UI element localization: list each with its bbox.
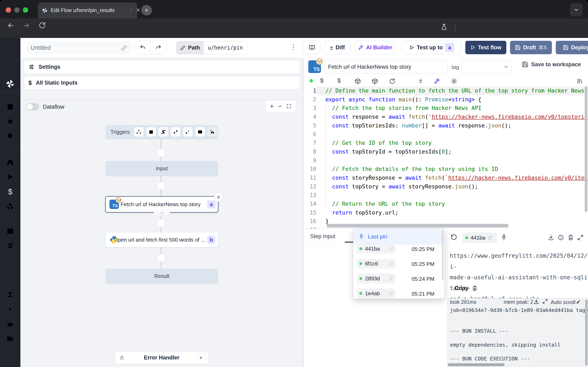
result-node[interactable]: Result <box>105 268 218 284</box>
draft-button[interactable]: Draft ⌘S <box>510 41 552 54</box>
triggers-node[interactable]: Triggers <box>105 125 218 139</box>
audit-logs-icon[interactable] <box>0 349 20 357</box>
tab-search-chevron-button[interactable] <box>570 3 583 16</box>
pin-item[interactable]: 6f1c6 <box>356 259 396 268</box>
autoscroll-label[interactable]: Auto scroll <box>551 299 575 305</box>
package-icon[interactable] <box>355 78 361 84</box>
email-icon[interactable] <box>195 127 205 137</box>
log-hscrollbar[interactable] <box>448 363 504 366</box>
back-icon[interactable] <box>7 22 15 29</box>
favorites-star-icon[interactable] <box>0 117 20 125</box>
result-pin-chip[interactable]: 441ba <box>462 233 497 243</box>
test-flow-button[interactable]: Test flow <box>465 41 506 54</box>
edit-name-pencil-icon[interactable] <box>121 45 127 51</box>
error-handler-node[interactable]: Error Handler <box>115 351 208 364</box>
reload-icon[interactable] <box>38 22 46 29</box>
dropdown-scrollbar[interactable] <box>442 230 443 281</box>
code-editor[interactable]: 1234567891011121314151617 // Define the … <box>304 86 588 229</box>
folders-icon[interactable] <box>0 335 20 342</box>
pin-item[interactable]: 1e4ab <box>356 289 396 298</box>
diff-button[interactable]: ± Diff <box>324 41 351 54</box>
new-tab-button[interactable] <box>141 5 152 16</box>
history-icon[interactable] <box>450 234 457 241</box>
add-icon[interactable] <box>0 257 20 264</box>
add-step-button[interactable] <box>157 149 165 157</box>
ai-wand-icon[interactable] <box>434 78 440 84</box>
save-to-workspace-button[interactable]: Save to workspace <box>522 61 581 68</box>
deploy-button[interactable]: Deploy <box>556 41 588 54</box>
settings-gear-icon[interactable] <box>0 305 20 313</box>
http-route-icon[interactable] <box>159 127 168 137</box>
scheduled-poll-icon[interactable] <box>208 127 217 137</box>
editor-hscrollbar[interactable] <box>327 224 508 227</box>
collapse-step-chevron-icon[interactable] <box>154 210 170 216</box>
websocket-icon[interactable] <box>171 127 180 137</box>
browser-tab[interactable]: Edit Flow u/henri/pin_results | <box>38 2 137 18</box>
tab-close-icon[interactable] <box>136 7 141 13</box>
input-node[interactable]: Input <box>105 161 218 176</box>
flow-name-box[interactable]: Untitled <box>26 41 131 54</box>
pin-item[interactable]: 441ba <box>356 244 396 254</box>
ai-builder-button[interactable]: AI Builder <box>355 41 395 54</box>
editor-vscrollbar[interactable] <box>585 86 587 212</box>
fit-view-icon[interactable] <box>286 104 292 109</box>
workspace-icon[interactable] <box>0 103 20 110</box>
dataflow-toggle[interactable] <box>26 103 39 110</box>
routes-icon[interactable] <box>0 242 20 250</box>
add-step-button[interactable] <box>157 182 165 190</box>
package-icon[interactable] <box>372 78 378 84</box>
external-link-icon[interactable] <box>389 262 393 266</box>
external-link-icon[interactable] <box>389 247 393 251</box>
expand-result-icon[interactable] <box>577 234 584 241</box>
test-up-to-button[interactable]: Test up to a <box>402 41 462 54</box>
tab-step-input[interactable]: Step Input <box>310 233 335 240</box>
step-name-input[interactable]: Fetch url of HackerNews top story <box>324 60 448 73</box>
extension-icon[interactable] <box>441 24 448 30</box>
download-logs-icon[interactable] <box>534 299 539 304</box>
flow-settings-button[interactable]: Settings <box>24 60 300 73</box>
schedule-icon[interactable] <box>146 127 156 137</box>
external-link-icon[interactable] <box>389 276 393 281</box>
windmill-logo[interactable] <box>0 79 20 89</box>
add-step-button[interactable] <box>157 219 165 227</box>
external-link-icon[interactable] <box>488 235 492 240</box>
zoom-out-icon[interactable]: − <box>278 103 282 110</box>
remove-step-icon[interactable] <box>214 192 223 202</box>
forward-icon[interactable] <box>22 22 30 29</box>
download-result-icon[interactable] <box>548 234 554 241</box>
diff-pm-icon[interactable]: ± <box>419 77 422 84</box>
zoom-window-button[interactable] <box>23 7 28 13</box>
step-b-node[interactable]: Open url and fetch first 500 words of ..… <box>105 232 218 247</box>
zoom-in-icon[interactable]: + <box>270 103 274 110</box>
copy-button[interactable]: Copy <box>455 285 477 291</box>
schedules-icon[interactable] <box>0 227 20 235</box>
log-vscrollbar[interactable] <box>585 300 588 366</box>
variables-dollar-icon[interactable]: $ <box>320 77 324 84</box>
external-link-icon[interactable] <box>389 291 393 295</box>
docs-book-button[interactable] <box>303 41 320 54</box>
info-icon[interactable] <box>558 234 564 241</box>
copy-result-icon[interactable] <box>568 234 574 241</box>
editor-settings-gear-icon[interactable] <box>451 78 457 84</box>
user-icon[interactable] <box>0 291 20 298</box>
kafka-icon[interactable] <box>183 127 192 137</box>
add-step-button[interactable] <box>157 254 165 262</box>
resources-icon[interactable] <box>0 202 20 210</box>
library-icon[interactable] <box>577 78 583 84</box>
expand-logs-icon[interactable] <box>543 299 548 304</box>
step-a-node[interactable]: TS Fetch url of HackerNews top story a <box>105 196 218 213</box>
tag-select[interactable] <box>461 60 512 73</box>
add-error-handler-icon[interactable] <box>196 353 206 363</box>
close-window-button[interactable] <box>6 7 11 13</box>
ai-robot-icon[interactable] <box>0 320 20 328</box>
home-icon[interactable] <box>0 158 20 166</box>
minimize-window-button[interactable] <box>14 7 20 13</box>
redo-button[interactable] <box>150 41 166 54</box>
pin-item[interactable]: 2893d <box>356 274 396 284</box>
resources-dollar-icon[interactable]: $ <box>337 77 341 84</box>
webhook-icon[interactable] <box>134 127 144 137</box>
search-icon[interactable] <box>0 132 20 140</box>
refresh-icon[interactable] <box>389 78 395 84</box>
variables-icon[interactable]: $ <box>0 188 20 196</box>
all-static-inputs-button[interactable]: $ All Static Inputs <box>24 76 300 89</box>
